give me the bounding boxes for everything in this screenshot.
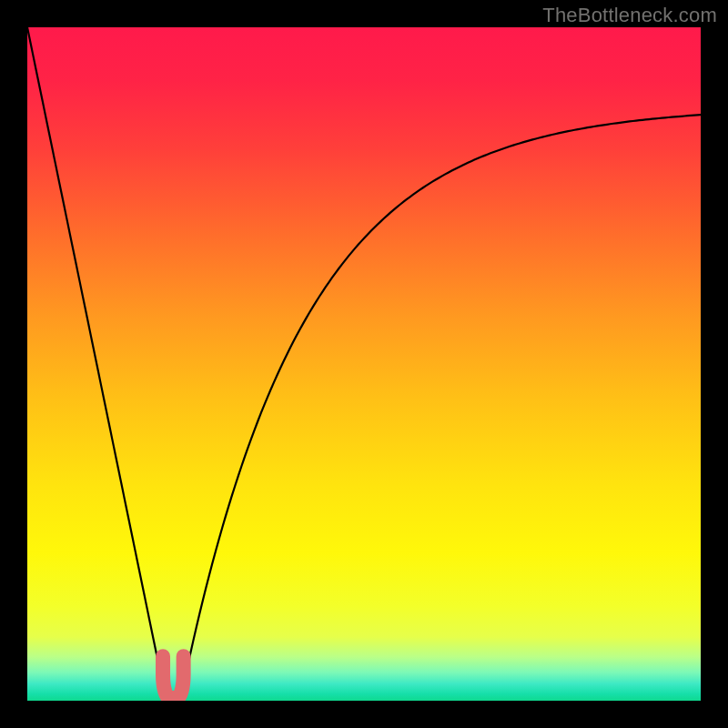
- bottleneck-curve: [27, 27, 701, 701]
- plot-frame: [27, 27, 701, 701]
- attribution-watermark: TheBottleneck.com: [542, 4, 717, 27]
